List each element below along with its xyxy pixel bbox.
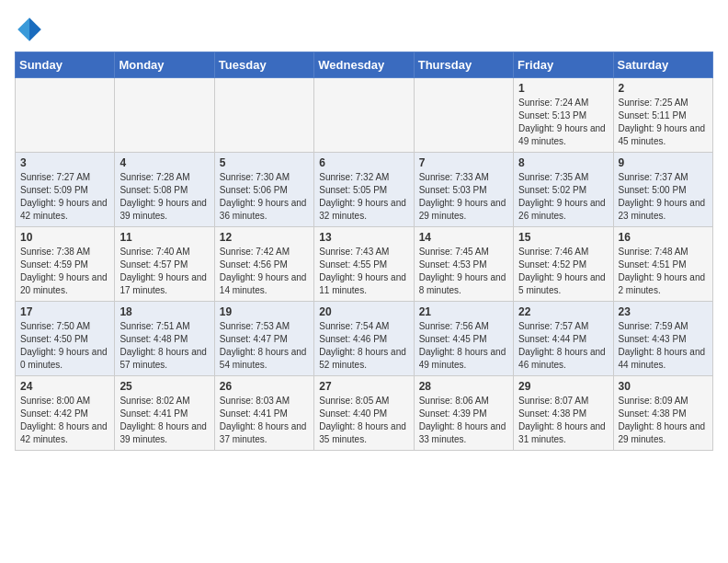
day-info: Sunrise: 7:40 AM Sunset: 4:57 PM Dayligh… — [119, 246, 209, 297]
day-number: 16 — [619, 231, 708, 244]
day-info: Sunrise: 7:54 AM Sunset: 4:46 PM Dayligh… — [319, 320, 408, 372]
day-cell: 1Sunrise: 7:24 AM Sunset: 5:13 PM Daylig… — [514, 78, 613, 153]
day-cell — [214, 78, 313, 153]
day-cell: 5Sunrise: 7:30 AM Sunset: 5:06 PM Daylig… — [214, 153, 313, 227]
logo — [15, 15, 48, 44]
week-row-4: 24Sunrise: 8:00 AM Sunset: 4:42 PM Dayli… — [16, 376, 713, 451]
day-info: Sunrise: 8:06 AM Sunset: 4:39 PM Dayligh… — [419, 395, 508, 446]
day-info: Sunrise: 7:28 AM Sunset: 5:08 PM Dayligh… — [119, 171, 209, 223]
day-cell: 27Sunrise: 8:05 AM Sunset: 4:40 PM Dayli… — [314, 376, 414, 451]
day-cell: 12Sunrise: 7:42 AM Sunset: 4:56 PM Dayli… — [214, 227, 313, 302]
day-cell: 4Sunrise: 7:28 AM Sunset: 5:08 PM Daylig… — [115, 153, 214, 227]
day-number: 20 — [319, 305, 408, 318]
day-number: 24 — [20, 380, 109, 393]
day-info: Sunrise: 8:05 AM Sunset: 4:40 PM Dayligh… — [319, 395, 408, 446]
day-info: Sunrise: 7:56 AM Sunset: 4:45 PM Dayligh… — [419, 320, 508, 372]
day-cell: 26Sunrise: 8:03 AM Sunset: 4:41 PM Dayli… — [214, 376, 313, 451]
day-header-friday: Friday — [514, 52, 613, 78]
day-header-tuesday: Tuesday — [214, 52, 313, 78]
day-info: Sunrise: 7:30 AM Sunset: 5:06 PM Dayligh… — [220, 171, 309, 223]
day-info: Sunrise: 7:42 AM Sunset: 4:56 PM Dayligh… — [220, 246, 309, 297]
day-number: 18 — [119, 305, 209, 318]
day-info: Sunrise: 8:03 AM Sunset: 4:41 PM Dayligh… — [220, 395, 309, 446]
day-cell: 20Sunrise: 7:54 AM Sunset: 4:46 PM Dayli… — [314, 302, 414, 376]
day-number: 12 — [220, 231, 309, 244]
day-info: Sunrise: 7:43 AM Sunset: 4:55 PM Dayligh… — [319, 246, 408, 297]
day-number: 10 — [20, 231, 109, 244]
day-info: Sunrise: 7:32 AM Sunset: 5:05 PM Dayligh… — [319, 171, 408, 223]
day-cell: 18Sunrise: 7:51 AM Sunset: 4:48 PM Dayli… — [115, 302, 214, 376]
day-header-monday: Monday — [115, 52, 214, 78]
day-cell: 30Sunrise: 8:09 AM Sunset: 4:38 PM Dayli… — [613, 376, 712, 451]
day-cell: 22Sunrise: 7:57 AM Sunset: 4:44 PM Dayli… — [514, 302, 613, 376]
day-cell: 13Sunrise: 7:43 AM Sunset: 4:55 PM Dayli… — [314, 227, 414, 302]
day-number: 13 — [319, 231, 408, 244]
day-cell — [314, 78, 414, 153]
day-number: 7 — [419, 156, 508, 169]
day-header-sunday: Sunday — [16, 52, 115, 78]
day-number: 3 — [20, 156, 109, 169]
day-number: 28 — [419, 380, 508, 393]
day-info: Sunrise: 8:00 AM Sunset: 4:42 PM Dayligh… — [20, 395, 109, 446]
logo-icon — [15, 15, 44, 44]
calendar-table: SundayMondayTuesdayWednesdayThursdayFrid… — [15, 52, 713, 451]
day-info: Sunrise: 7:59 AM Sunset: 4:43 PM Dayligh… — [619, 320, 708, 372]
day-cell: 23Sunrise: 7:59 AM Sunset: 4:43 PM Dayli… — [613, 302, 712, 376]
day-info: Sunrise: 7:57 AM Sunset: 4:44 PM Dayligh… — [518, 320, 608, 372]
day-cell: 14Sunrise: 7:45 AM Sunset: 4:53 PM Dayli… — [414, 227, 513, 302]
day-header-thursday: Thursday — [414, 52, 513, 78]
svg-marker-1 — [17, 17, 29, 41]
day-number: 11 — [119, 231, 209, 244]
day-info: Sunrise: 7:48 AM Sunset: 4:51 PM Dayligh… — [619, 246, 708, 297]
day-number: 30 — [619, 380, 708, 393]
day-number: 17 — [20, 305, 109, 318]
header — [15, 15, 713, 44]
day-cell — [115, 78, 214, 153]
day-cell: 10Sunrise: 7:38 AM Sunset: 4:59 PM Dayli… — [16, 227, 115, 302]
day-info: Sunrise: 7:25 AM Sunset: 5:11 PM Dayligh… — [619, 97, 708, 148]
day-cell: 3Sunrise: 7:27 AM Sunset: 5:09 PM Daylig… — [16, 153, 115, 227]
day-cell — [16, 78, 115, 153]
calendar-header-row: SundayMondayTuesdayWednesdayThursdayFrid… — [16, 52, 713, 78]
day-number: 5 — [220, 156, 309, 169]
day-cell: 28Sunrise: 8:06 AM Sunset: 4:39 PM Dayli… — [414, 376, 513, 451]
day-info: Sunrise: 8:02 AM Sunset: 4:41 PM Dayligh… — [119, 395, 209, 446]
day-number: 14 — [419, 231, 508, 244]
day-number: 2 — [619, 82, 708, 95]
day-cell: 16Sunrise: 7:48 AM Sunset: 4:51 PM Dayli… — [613, 227, 712, 302]
day-cell: 8Sunrise: 7:35 AM Sunset: 5:02 PM Daylig… — [514, 153, 613, 227]
day-info: Sunrise: 7:50 AM Sunset: 4:50 PM Dayligh… — [20, 320, 109, 372]
calendar-body: 1Sunrise: 7:24 AM Sunset: 5:13 PM Daylig… — [16, 78, 713, 451]
day-cell: 29Sunrise: 8:07 AM Sunset: 4:38 PM Dayli… — [514, 376, 613, 451]
day-info: Sunrise: 8:09 AM Sunset: 4:38 PM Dayligh… — [619, 395, 708, 446]
day-cell: 25Sunrise: 8:02 AM Sunset: 4:41 PM Dayli… — [115, 376, 214, 451]
day-info: Sunrise: 7:38 AM Sunset: 4:59 PM Dayligh… — [20, 246, 109, 297]
svg-marker-0 — [29, 17, 41, 41]
day-number: 23 — [619, 305, 708, 318]
day-info: Sunrise: 7:35 AM Sunset: 5:02 PM Dayligh… — [518, 171, 608, 223]
day-info: Sunrise: 7:45 AM Sunset: 4:53 PM Dayligh… — [419, 246, 508, 297]
week-row-2: 10Sunrise: 7:38 AM Sunset: 4:59 PM Dayli… — [16, 227, 713, 302]
day-number: 19 — [220, 305, 309, 318]
day-number: 9 — [619, 156, 708, 169]
day-info: Sunrise: 7:33 AM Sunset: 5:03 PM Dayligh… — [419, 171, 508, 223]
day-number: 26 — [220, 380, 309, 393]
day-cell: 19Sunrise: 7:53 AM Sunset: 4:47 PM Dayli… — [214, 302, 313, 376]
day-info: Sunrise: 7:24 AM Sunset: 5:13 PM Dayligh… — [518, 97, 608, 148]
day-cell — [414, 78, 513, 153]
day-number: 15 — [518, 231, 608, 244]
day-number: 21 — [419, 305, 508, 318]
day-cell: 11Sunrise: 7:40 AM Sunset: 4:57 PM Dayli… — [115, 227, 214, 302]
day-info: Sunrise: 7:37 AM Sunset: 5:00 PM Dayligh… — [619, 171, 708, 223]
day-info: Sunrise: 7:46 AM Sunset: 4:52 PM Dayligh… — [518, 246, 608, 297]
day-info: Sunrise: 7:27 AM Sunset: 5:09 PM Dayligh… — [20, 171, 109, 223]
day-number: 22 — [518, 305, 608, 318]
day-cell: 6Sunrise: 7:32 AM Sunset: 5:05 PM Daylig… — [314, 153, 414, 227]
day-cell: 7Sunrise: 7:33 AM Sunset: 5:03 PM Daylig… — [414, 153, 513, 227]
day-cell: 24Sunrise: 8:00 AM Sunset: 4:42 PM Dayli… — [16, 376, 115, 451]
day-number: 29 — [518, 380, 608, 393]
day-number: 1 — [518, 82, 608, 95]
day-header-wednesday: Wednesday — [314, 52, 414, 78]
week-row-1: 3Sunrise: 7:27 AM Sunset: 5:09 PM Daylig… — [16, 153, 713, 227]
day-header-saturday: Saturday — [613, 52, 712, 78]
